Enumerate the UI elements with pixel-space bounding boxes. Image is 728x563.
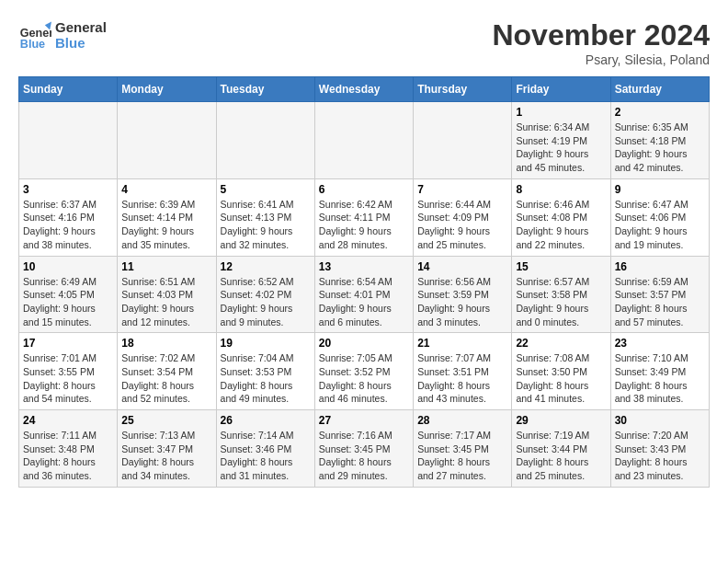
calendar-week-2: 10Sunrise: 6:49 AM Sunset: 4:05 PM Dayli… [19, 256, 710, 333]
day-info: Sunrise: 6:49 AM Sunset: 4:05 PM Dayligh… [23, 275, 113, 329]
day-number: 16 [615, 260, 705, 273]
day-number: 27 [319, 414, 409, 427]
day-info: Sunrise: 7:01 AM Sunset: 3:55 PM Dayligh… [23, 351, 113, 406]
weekday-sunday: Sunday [19, 77, 118, 102]
day-info: Sunrise: 7:05 AM Sunset: 3:52 PM Dayligh… [319, 351, 409, 406]
page-header: General Blue General Blue November 2024 … [18, 18, 710, 67]
day-number: 15 [516, 260, 606, 273]
weekday-tuesday: Tuesday [216, 77, 314, 102]
day-info: Sunrise: 6:59 AM Sunset: 3:57 PM Dayligh… [615, 275, 705, 329]
logo-line2: Blue [55, 35, 107, 51]
calendar-week-4: 24Sunrise: 7:11 AM Sunset: 3:48 PM Dayli… [19, 410, 710, 488]
calendar-cell: 7Sunrise: 6:44 AM Sunset: 4:09 PM Daylig… [414, 178, 512, 256]
day-number: 23 [615, 337, 705, 350]
calendar-cell: 4Sunrise: 6:39 AM Sunset: 4:14 PM Daylig… [118, 178, 216, 256]
calendar-cell: 10Sunrise: 6:49 AM Sunset: 4:05 PM Dayli… [19, 256, 118, 333]
calendar-cell [314, 102, 413, 179]
location: Psary, Silesia, Poland [492, 52, 710, 67]
day-number: 18 [121, 337, 211, 350]
calendar-cell: 16Sunrise: 6:59 AM Sunset: 3:57 PM Dayli… [610, 256, 709, 333]
day-info: Sunrise: 7:07 AM Sunset: 3:51 PM Dayligh… [417, 351, 507, 406]
weekday-friday: Friday [512, 77, 610, 102]
day-number: 2 [615, 106, 705, 119]
calendar-cell: 13Sunrise: 6:54 AM Sunset: 4:01 PM Dayli… [314, 256, 413, 333]
title-block: November 2024 Psary, Silesia, Poland [492, 18, 710, 67]
calendar-cell: 3Sunrise: 6:37 AM Sunset: 4:16 PM Daylig… [19, 178, 118, 256]
day-info: Sunrise: 6:35 AM Sunset: 4:18 PM Dayligh… [615, 121, 705, 175]
day-info: Sunrise: 6:56 AM Sunset: 3:59 PM Dayligh… [417, 275, 507, 329]
calendar-cell: 29Sunrise: 7:19 AM Sunset: 3:44 PM Dayli… [512, 410, 610, 488]
day-number: 12 [221, 260, 311, 273]
calendar-cell: 2Sunrise: 6:35 AM Sunset: 4:18 PM Daylig… [610, 102, 709, 179]
calendar-week-3: 17Sunrise: 7:01 AM Sunset: 3:55 PM Dayli… [19, 333, 710, 410]
calendar-cell: 14Sunrise: 6:56 AM Sunset: 3:59 PM Dayli… [414, 256, 512, 333]
day-number: 30 [615, 414, 705, 427]
day-info: Sunrise: 7:16 AM Sunset: 3:45 PM Dayligh… [319, 429, 409, 483]
svg-text:Blue: Blue [20, 38, 45, 51]
day-number: 20 [319, 337, 409, 350]
day-info: Sunrise: 7:10 AM Sunset: 3:49 PM Dayligh… [615, 351, 705, 406]
day-info: Sunrise: 6:34 AM Sunset: 4:19 PM Dayligh… [516, 121, 606, 175]
day-info: Sunrise: 6:39 AM Sunset: 4:14 PM Dayligh… [121, 198, 211, 252]
day-info: Sunrise: 6:47 AM Sunset: 4:06 PM Dayligh… [615, 198, 705, 252]
day-info: Sunrise: 6:46 AM Sunset: 4:08 PM Dayligh… [516, 198, 606, 252]
calendar-table: SundayMondayTuesdayWednesdayThursdayFrid… [18, 76, 710, 488]
day-number: 21 [417, 337, 507, 350]
calendar-cell: 21Sunrise: 7:07 AM Sunset: 3:51 PM Dayli… [414, 333, 512, 410]
day-number: 25 [121, 414, 211, 427]
day-number: 13 [319, 260, 409, 273]
day-number: 28 [417, 414, 507, 427]
day-info: Sunrise: 6:52 AM Sunset: 4:02 PM Dayligh… [221, 275, 311, 329]
calendar-week-0: 1Sunrise: 6:34 AM Sunset: 4:19 PM Daylig… [19, 102, 710, 179]
day-number: 8 [516, 183, 606, 196]
day-number: 24 [23, 414, 113, 427]
calendar-cell: 19Sunrise: 7:04 AM Sunset: 3:53 PM Dayli… [216, 333, 314, 410]
logo-icon: General Blue [18, 18, 51, 52]
logo: General Blue General Blue [18, 18, 107, 52]
day-info: Sunrise: 7:11 AM Sunset: 3:48 PM Dayligh… [23, 429, 113, 483]
calendar-body: 1Sunrise: 6:34 AM Sunset: 4:19 PM Daylig… [19, 102, 710, 488]
weekday-header-row: SundayMondayTuesdayWednesdayThursdayFrid… [19, 77, 710, 102]
day-info: Sunrise: 7:14 AM Sunset: 3:46 PM Dayligh… [221, 429, 311, 483]
calendar-cell [19, 102, 118, 179]
day-number: 9 [615, 183, 705, 196]
calendar-cell: 18Sunrise: 7:02 AM Sunset: 3:54 PM Dayli… [118, 333, 216, 410]
weekday-monday: Monday [118, 77, 216, 102]
calendar-cell: 23Sunrise: 7:10 AM Sunset: 3:49 PM Dayli… [610, 333, 709, 410]
day-info: Sunrise: 7:19 AM Sunset: 3:44 PM Dayligh… [516, 429, 606, 483]
day-number: 11 [121, 260, 211, 273]
calendar-cell: 1Sunrise: 6:34 AM Sunset: 4:19 PM Daylig… [512, 102, 610, 179]
calendar-week-1: 3Sunrise: 6:37 AM Sunset: 4:16 PM Daylig… [19, 178, 710, 256]
calendar-cell: 8Sunrise: 6:46 AM Sunset: 4:08 PM Daylig… [512, 178, 610, 256]
day-number: 22 [516, 337, 606, 350]
calendar-cell: 25Sunrise: 7:13 AM Sunset: 3:47 PM Dayli… [118, 410, 216, 488]
day-info: Sunrise: 6:42 AM Sunset: 4:11 PM Dayligh… [319, 198, 409, 252]
day-number: 19 [221, 337, 311, 350]
calendar-cell [414, 102, 512, 179]
calendar-cell: 24Sunrise: 7:11 AM Sunset: 3:48 PM Dayli… [19, 410, 118, 488]
calendar-cell: 20Sunrise: 7:05 AM Sunset: 3:52 PM Dayli… [314, 333, 413, 410]
day-info: Sunrise: 7:20 AM Sunset: 3:43 PM Dayligh… [615, 429, 705, 483]
weekday-thursday: Thursday [414, 77, 512, 102]
day-number: 4 [121, 183, 211, 196]
calendar-cell: 11Sunrise: 6:51 AM Sunset: 4:03 PM Dayli… [118, 256, 216, 333]
calendar-cell: 15Sunrise: 6:57 AM Sunset: 3:58 PM Dayli… [512, 256, 610, 333]
day-number: 3 [23, 183, 113, 196]
day-info: Sunrise: 7:13 AM Sunset: 3:47 PM Dayligh… [121, 429, 211, 483]
calendar-cell [216, 102, 314, 179]
day-info: Sunrise: 6:41 AM Sunset: 4:13 PM Dayligh… [221, 198, 311, 252]
weekday-saturday: Saturday [610, 77, 709, 102]
calendar-cell: 17Sunrise: 7:01 AM Sunset: 3:55 PM Dayli… [19, 333, 118, 410]
day-info: Sunrise: 6:51 AM Sunset: 4:03 PM Dayligh… [121, 275, 211, 329]
day-info: Sunrise: 7:17 AM Sunset: 3:45 PM Dayligh… [417, 429, 507, 483]
day-number: 6 [319, 183, 409, 196]
calendar-cell: 12Sunrise: 6:52 AM Sunset: 4:02 PM Dayli… [216, 256, 314, 333]
calendar-cell [118, 102, 216, 179]
day-number: 1 [516, 106, 606, 119]
day-info: Sunrise: 7:04 AM Sunset: 3:53 PM Dayligh… [221, 351, 311, 406]
logo-line1: General [55, 19, 107, 35]
day-number: 17 [23, 337, 113, 350]
calendar-cell: 30Sunrise: 7:20 AM Sunset: 3:43 PM Dayli… [610, 410, 709, 488]
calendar-cell: 28Sunrise: 7:17 AM Sunset: 3:45 PM Dayli… [414, 410, 512, 488]
day-number: 7 [417, 183, 507, 196]
